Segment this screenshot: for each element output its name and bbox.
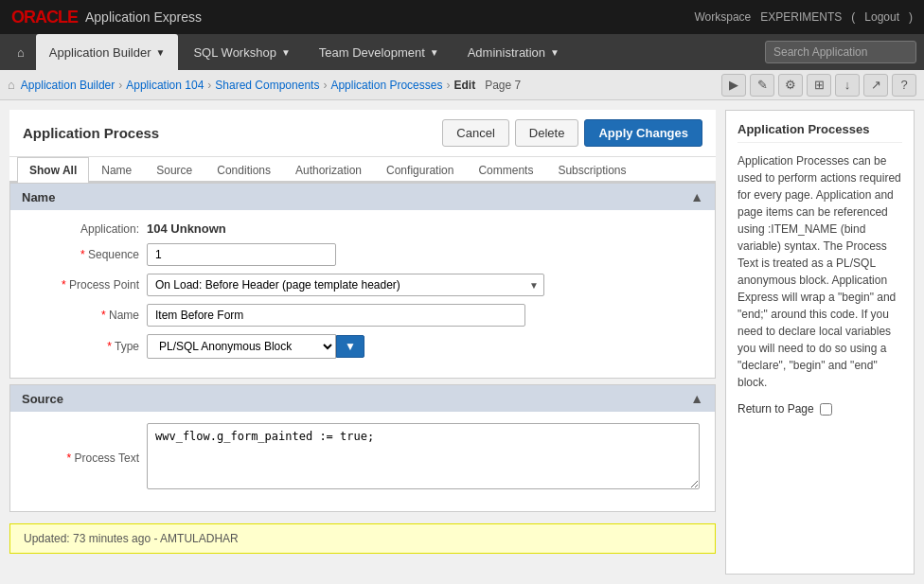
logo-area: ORACLE Application Express xyxy=(11,8,202,27)
process-text-label: Process Text xyxy=(26,451,139,465)
tab-source[interactable]: Source xyxy=(144,157,204,183)
tab-conditions[interactable]: Conditions xyxy=(204,157,283,183)
navbar: ⌂ Application Builder ▼ SQL Workshop ▼ T… xyxy=(0,34,924,70)
type-row: Type PL/SQL Anonymous Block Web Service … xyxy=(26,334,700,359)
chevron-down-icon: ▼ xyxy=(156,47,166,58)
share-icon[interactable]: ↗ xyxy=(863,74,888,97)
grid-icon[interactable]: ⊞ xyxy=(807,74,831,97)
nav-application-builder[interactable]: Application Builder ▼ xyxy=(36,34,179,70)
breadcrumb-sep-2: › xyxy=(207,79,211,92)
chevron-down-icon: ▼ xyxy=(281,47,291,58)
chevron-down-icon: ▼ xyxy=(430,47,439,58)
workspace-name: EXPERIMENTS xyxy=(760,10,842,24)
download-icon[interactable]: ↓ xyxy=(835,74,860,97)
tab-comments[interactable]: Comments xyxy=(466,157,545,183)
breadcrumb-page: Page 7 xyxy=(485,79,521,92)
source-section-header: Source ▲ xyxy=(10,385,715,412)
workspace-label: Workspace xyxy=(694,10,751,24)
oracle-logo: ORACLE xyxy=(11,8,78,27)
apply-changes-button[interactable]: Apply Changes xyxy=(584,119,702,147)
settings-icon[interactable]: ⚙ xyxy=(778,74,803,97)
application-value: 104 Unknown xyxy=(147,221,226,236)
main-layout: Application Process Cancel Delete Apply … xyxy=(0,100,924,584)
return-to-page-row: Return to Page xyxy=(737,402,902,416)
breadcrumb-bar: ⌂ Application Builder › Application 104 … xyxy=(0,70,924,100)
name-input[interactable] xyxy=(147,304,525,327)
topbar-right: Workspace EXPERIMENTS ( Logout ) xyxy=(694,10,913,24)
name-section: Name ▲ Application: 104 Unknown Sequence… xyxy=(9,183,716,379)
nav-home[interactable]: ⌂ xyxy=(8,34,34,70)
breadcrumb-application-processes[interactable]: Application Processes xyxy=(330,79,442,92)
source-section: Source ▲ Process Text wwv_flow.g_form_pa… xyxy=(9,384,716,512)
right-panel: Application Processes Application Proces… xyxy=(725,110,915,575)
tab-configuration[interactable]: Configuration xyxy=(374,157,466,183)
nav-application-builder-label: Application Builder xyxy=(49,45,151,60)
panel-title: Application Process xyxy=(23,125,159,141)
name-section-toggle[interactable]: ▲ xyxy=(690,189,703,204)
nav-administration[interactable]: Administration ▼ xyxy=(454,34,573,70)
application-label: Application: xyxy=(26,222,139,236)
breadcrumb-sep-3: › xyxy=(323,79,327,92)
topbar-separator: ( xyxy=(851,10,855,24)
breadcrumb-sep-1: › xyxy=(118,79,122,92)
delete-button[interactable]: Delete xyxy=(515,119,579,147)
app-name: Application Express xyxy=(85,9,202,25)
help-icon[interactable]: ? xyxy=(892,74,916,97)
right-panel-description: Application Processes can be used to per… xyxy=(737,152,902,391)
tabs-bar: Show All Name Source Conditions Authoriz… xyxy=(9,157,716,183)
topbar-separator-close: ) xyxy=(909,10,913,24)
search-area xyxy=(765,34,916,70)
breadcrumb-sep-4: › xyxy=(446,79,450,92)
search-input[interactable] xyxy=(765,41,916,63)
breadcrumb-application-builder[interactable]: Application Builder xyxy=(21,79,115,92)
right-panel-title: Application Processes xyxy=(737,122,902,143)
topbar: ORACLE Application Express Workspace EXP… xyxy=(0,0,924,34)
name-section-body: Application: 104 Unknown Sequence Proces… xyxy=(10,210,715,378)
nav-team-development-label: Team Development xyxy=(319,45,425,60)
tab-show-all[interactable]: Show All xyxy=(17,157,89,183)
type-label: Type xyxy=(26,340,139,353)
button-group: Cancel Delete Apply Changes xyxy=(442,119,702,147)
breadcrumb-actions: ▶ ✎ ⚙ ⊞ ↓ ↗ ? xyxy=(721,74,916,97)
nav-administration-label: Administration xyxy=(468,45,545,60)
panel-header: Application Process Cancel Delete Apply … xyxy=(9,110,716,157)
breadcrumb-edit: Edit xyxy=(453,79,475,92)
process-text-textarea[interactable]: wwv_flow.g_form_painted := true; xyxy=(147,423,700,489)
logout-link[interactable]: Logout xyxy=(864,10,899,24)
cancel-button[interactable]: Cancel xyxy=(442,119,508,147)
breadcrumb-shared-components[interactable]: Shared Components xyxy=(215,79,319,92)
tab-subscriptions[interactable]: Subscriptions xyxy=(545,157,638,183)
process-point-select[interactable]: On Load: Before Header (page template he… xyxy=(147,274,544,296)
tab-authorization[interactable]: Authorization xyxy=(283,157,374,183)
chevron-down-icon: ▼ xyxy=(550,47,560,58)
source-section-title: Source xyxy=(22,392,63,406)
sequence-input[interactable] xyxy=(147,243,336,266)
tab-name[interactable]: Name xyxy=(89,157,144,183)
source-section-toggle[interactable]: ▲ xyxy=(690,391,703,406)
return-to-page-label: Return to Page xyxy=(737,402,814,416)
breadcrumb-application-104[interactable]: Application 104 xyxy=(126,79,204,92)
sequence-row: Sequence xyxy=(26,243,700,266)
process-point-select-wrapper: On Load: Before Header (page template he… xyxy=(147,274,544,296)
run-icon[interactable]: ▶ xyxy=(721,74,746,97)
name-row: Name xyxy=(26,304,700,327)
return-to-page-checkbox[interactable] xyxy=(820,403,832,416)
sequence-label: Sequence xyxy=(26,248,139,261)
home-icon: ⌂ xyxy=(17,45,25,60)
type-select-button[interactable]: ▼ xyxy=(336,335,364,358)
nav-sql-workshop[interactable]: SQL Workshop ▼ xyxy=(180,34,303,70)
process-point-label: Process Point xyxy=(26,278,139,292)
left-panel: Application Process Cancel Delete Apply … xyxy=(9,110,716,575)
nav-sql-workshop-label: SQL Workshop xyxy=(193,45,275,60)
edit-icon[interactable]: ✎ xyxy=(750,74,774,97)
status-bar: Updated: 73 minutes ago - AMTULADHAR xyxy=(9,523,716,554)
breadcrumb-home-icon: ⌂ xyxy=(8,78,15,92)
process-point-row: Process Point On Load: Before Header (pa… xyxy=(26,274,700,296)
type-select-wrapper: PL/SQL Anonymous Block Web Service Send … xyxy=(147,334,364,359)
name-label: Name xyxy=(26,309,139,322)
type-select[interactable]: PL/SQL Anonymous Block Web Service Send … xyxy=(147,334,336,359)
process-text-container: wwv_flow.g_form_painted := true; xyxy=(147,423,700,492)
process-text-row: Process Text wwv_flow.g_form_painted := … xyxy=(26,423,700,492)
name-section-title: Name xyxy=(22,190,55,204)
nav-team-development[interactable]: Team Development ▼ xyxy=(306,34,453,70)
